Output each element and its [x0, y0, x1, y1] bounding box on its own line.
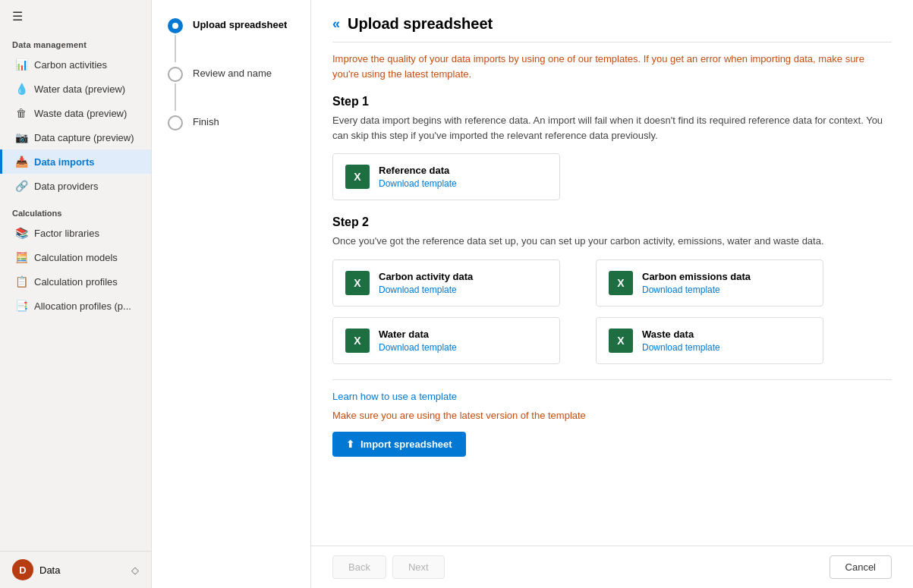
sidebar-item-waste-data[interactable]: 🗑 Waste data (preview)	[0, 101, 151, 125]
sidebar-item-data-providers[interactable]: 🔗 Data providers	[0, 174, 151, 198]
step1-cards: X Reference data Download template	[332, 153, 892, 200]
info-banner: Improve the quality of your data imports…	[332, 52, 892, 81]
sidebar-item-label: Data providers	[34, 181, 99, 192]
learn-link[interactable]: Learn how to use a template	[332, 391, 892, 402]
reference-card-text: Reference data Download template	[379, 165, 457, 189]
data-capture-icon: 📷	[14, 130, 28, 144]
sidebar-item-label: Carbon activities	[34, 59, 107, 71]
step-label-finish: Finish	[193, 115, 219, 127]
sidebar-item-label: Data imports	[34, 156, 94, 168]
chevron-icon: ◇	[131, 564, 139, 576]
step1-title: Step 1	[332, 95, 892, 108]
excel-icon-reference: X	[345, 165, 370, 189]
step-line-1	[175, 35, 176, 62]
back-arrow-icon[interactable]: «	[332, 16, 340, 32]
step-circle-upload	[168, 18, 183, 33]
carbon-activity-card[interactable]: X Carbon activity data Download template	[332, 259, 560, 307]
excel-icon-water: X	[345, 329, 370, 353]
sidebar-item-data-imports[interactable]: 📥 Data imports	[0, 149, 151, 174]
sidebar-item-allocation-profiles[interactable]: 📑 Allocation profiles (p...	[0, 294, 151, 318]
main-body: « Upload spreadsheet Improve the quality…	[311, 0, 913, 546]
carbon-activities-icon: 📊	[14, 58, 28, 71]
sidebar-item-calculation-profiles[interactable]: 📋 Calculation profiles	[0, 269, 151, 294]
step-circle-finish	[168, 115, 183, 130]
carbon-emissions-card-title: Carbon emissions data	[642, 271, 751, 282]
water-download-link[interactable]: Download template	[379, 342, 457, 353]
allocation-profiles-icon: 📑	[14, 299, 28, 313]
page-title: Upload spreadsheet	[348, 15, 493, 33]
calculations-section-label: Calculations	[0, 198, 151, 221]
carbon-emissions-card-text: Carbon emissions data Download template	[642, 271, 751, 295]
sidebar-item-water-data[interactable]: 💧 Water data (preview)	[0, 77, 151, 101]
carbon-activity-card-text: Carbon activity data Download template	[379, 271, 473, 295]
section-divider	[332, 379, 892, 380]
import-spreadsheet-button[interactable]: ⬆ Import spreadsheet	[332, 432, 466, 457]
sidebar-item-label: Data capture (preview)	[34, 132, 134, 143]
step2-description: Once you've got the reference data set u…	[332, 234, 892, 249]
step-row-finish: Finish	[167, 115, 295, 130]
sidebar-item-label: Factor libraries	[34, 228, 99, 239]
page-header: « Upload spreadsheet	[332, 15, 892, 42]
sidebar-bottom[interactable]: D Data ◇	[0, 551, 151, 588]
carbon-activity-download-link[interactable]: Download template	[379, 285, 473, 295]
sidebar-item-label: Waste data (preview)	[34, 108, 127, 119]
step-connector-review	[167, 67, 184, 112]
waste-card-text: Waste data Download template	[642, 329, 720, 353]
step-line-2	[175, 83, 176, 111]
factor-libraries-icon: 📚	[14, 226, 28, 240]
water-card-text: Water data Download template	[379, 329, 457, 353]
sidebar-item-label: Water data (preview)	[34, 83, 125, 95]
water-card-title: Water data	[379, 329, 457, 340]
carbon-emissions-card[interactable]: X Carbon emissions data Download templat…	[596, 259, 823, 307]
excel-icon-waste: X	[609, 329, 633, 353]
step2-title: Step 2	[332, 215, 892, 229]
sidebar-item-carbon-activities[interactable]: 📊 Carbon activities	[0, 52, 151, 77]
sidebar-item-label: Calculation models	[34, 252, 118, 263]
reference-data-card[interactable]: X Reference data Download template	[332, 153, 560, 200]
reference-download-link[interactable]: Download template	[379, 178, 457, 189]
sidebar-item-label: Calculation profiles	[34, 276, 118, 288]
waste-data-card[interactable]: X Waste data Download template	[596, 317, 823, 364]
calculation-profiles-icon: 📋	[14, 275, 28, 288]
data-imports-icon: 📥	[14, 155, 28, 168]
step-connector-upload	[167, 18, 184, 64]
step-label-review: Review and name	[193, 67, 272, 79]
import-btn-label: Import spreadsheet	[360, 439, 452, 450]
warning-text: Make sure you are using the latest versi…	[332, 410, 892, 421]
sidebar-item-factor-libraries[interactable]: 📚 Factor libraries	[0, 221, 151, 245]
user-info: D Data	[12, 559, 60, 580]
back-button[interactable]: Back	[332, 555, 386, 579]
step-row-review: Review and name	[167, 67, 295, 112]
step-circle-review	[168, 67, 183, 82]
sidebar: ☰ Data management 📊 Carbon activities 💧 …	[0, 0, 152, 588]
carbon-emissions-download-link[interactable]: Download template	[642, 285, 751, 295]
carbon-activity-card-title: Carbon activity data	[379, 271, 473, 282]
main-content: « Upload spreadsheet Improve the quality…	[311, 0, 913, 588]
stepper-panel: Upload spreadsheet Review and name Finis…	[152, 0, 311, 588]
cancel-button[interactable]: Cancel	[830, 555, 892, 579]
step1-description: Every data import begins with reference …	[332, 113, 892, 143]
calculation-models-icon: 🧮	[14, 250, 28, 264]
water-data-card[interactable]: X Water data Download template	[332, 317, 560, 364]
step-label-upload: Upload spreadsheet	[193, 18, 287, 30]
water-data-icon: 💧	[14, 82, 28, 96]
waste-card-title: Waste data	[642, 329, 720, 340]
step2-cards-grid: X Carbon activity data Download template…	[332, 259, 848, 364]
import-icon: ⬆	[346, 439, 354, 450]
next-button[interactable]: Next	[392, 555, 445, 579]
excel-icon-carbon-emissions: X	[609, 271, 633, 295]
step-row-upload: Upload spreadsheet	[167, 18, 295, 64]
step-connector-finish	[167, 115, 184, 130]
sidebar-item-label: Allocation profiles (p...	[34, 300, 131, 312]
waste-download-link[interactable]: Download template	[642, 342, 720, 353]
data-management-section-label: Data management	[0, 33, 151, 52]
user-label: Data	[39, 564, 60, 576]
excel-icon-carbon-activity: X	[345, 271, 370, 295]
avatar: D	[12, 559, 33, 580]
sidebar-item-calculation-models[interactable]: 🧮 Calculation models	[0, 245, 151, 269]
hamburger-icon[interactable]: ☰	[0, 0, 151, 33]
main-footer: Back Next Cancel	[311, 546, 913, 588]
sidebar-item-data-capture[interactable]: 📷 Data capture (preview)	[0, 125, 151, 149]
reference-card-title: Reference data	[379, 165, 457, 176]
data-providers-icon: 🔗	[14, 179, 28, 193]
